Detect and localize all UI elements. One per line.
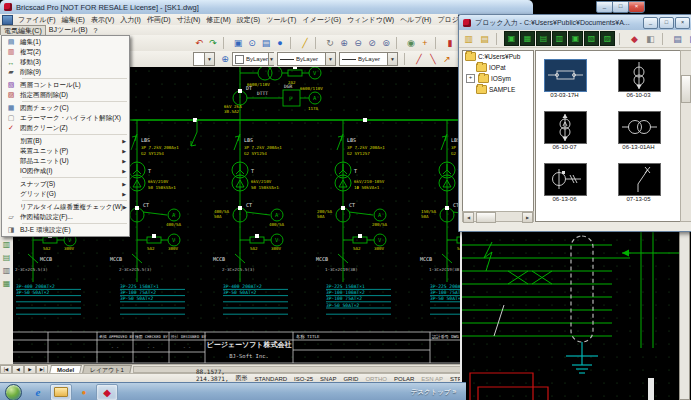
- paste-icon[interactable]: ▦: [686, 31, 691, 46]
- menu-item[interactable]: 装置ユニット(P)▶: [2, 146, 129, 156]
- zoom-realtime-icon[interactable]: ⊙: [245, 37, 259, 50]
- block-tile-06-13-06[interactable]: [544, 163, 587, 196]
- block-tile-03-03-17H[interactable]: [544, 59, 587, 92]
- menu-item-10[interactable]: ウィンドウ(W): [344, 14, 397, 25]
- print-icon[interactable]: ▤: [670, 31, 685, 46]
- zoom-in-icon[interactable]: ⊕: [337, 37, 351, 50]
- menu-item-1[interactable]: 編集(E): [59, 14, 88, 25]
- menu-item[interactable]: ◨BJ-E 環境設定(E): [2, 225, 129, 235]
- menu-item[interactable]: ✓図面クリーン(Z): [2, 123, 129, 133]
- palette-minimize-button[interactable]: _: [643, 17, 658, 29]
- menu-item-row2-0[interactable]: 電気編集(C): [0, 25, 46, 36]
- menu-item-row2-1[interactable]: BJツール(B): [46, 25, 91, 35]
- menu-item[interactable]: リアルタイム線番重複チェック(W)▶: [2, 202, 129, 212]
- status-toggle-grid[interactable]: GRID: [343, 376, 358, 382]
- globe-icon[interactable]: ⊕: [218, 53, 232, 66]
- block-input-palette[interactable]: ブロック入力 - C:¥Users¥Public¥Documents¥A... …: [458, 14, 691, 232]
- block-insert-icon[interactable]: ▣: [568, 31, 583, 46]
- zoom-window-icon[interactable]: ▣: [231, 37, 245, 50]
- block-tile-06-10-07[interactable]: [544, 111, 587, 144]
- menu-item[interactable]: グリッド(G)▶: [2, 189, 129, 199]
- menu-item-4[interactable]: 作画(D): [144, 14, 174, 25]
- start-button[interactable]: [5, 384, 22, 400]
- new-folder-icon[interactable]: ▥: [461, 31, 476, 46]
- menu-item-6[interactable]: 修正(M): [203, 14, 234, 25]
- status-toggle-esnap[interactable]: ESN AP: [421, 376, 443, 382]
- close-button[interactable]: ×: [628, 1, 645, 13]
- horizontal-scrollbar[interactable]: [133, 366, 464, 373]
- favorite-icon[interactable]: ◆: [627, 31, 642, 46]
- target-icon[interactable]: +: [418, 37, 432, 50]
- minimize-button[interactable]: _: [596, 1, 613, 13]
- zoom-all-icon[interactable]: ⊚: [379, 37, 393, 50]
- menu-item[interactable]: ▧画層コントロール(L): [2, 80, 129, 90]
- block-detail-icon[interactable]: ▤: [536, 31, 551, 46]
- undo-icon[interactable]: ↶: [192, 37, 206, 50]
- lineweight-combo[interactable]: ByLayer▼: [339, 52, 398, 66]
- zoom-previous-icon[interactable]: ▤: [259, 37, 273, 50]
- block-grid-icon[interactable]: ▦: [520, 31, 535, 46]
- leader-arrow-icon[interactable]: ↗: [440, 53, 454, 66]
- menu-item-2[interactable]: 表示(V): [88, 14, 117, 25]
- status-toggle-ortho[interactable]: ORTHO: [365, 376, 387, 382]
- redline-pen-icon[interactable]: ╱: [412, 53, 426, 66]
- tree-horizontal-scrollbar[interactable]: ◀ ▶: [462, 211, 534, 222]
- menu-item[interactable]: ▨指定画層削除(D): [2, 90, 129, 100]
- status-toggle-polar[interactable]: POLAR: [394, 376, 414, 382]
- scroll-left-icon[interactable]: ◀: [463, 212, 474, 223]
- layer-walk-icon[interactable]: ▥: [1, 239, 12, 250]
- linetype-combo[interactable]: ByLayer▼: [277, 52, 336, 66]
- menu-item[interactable]: スナップ(S)▶: [2, 179, 129, 189]
- ie-icon[interactable]: e: [28, 385, 48, 400]
- layer-new-icon[interactable]: ▤: [1, 252, 12, 263]
- menu-item-0[interactable]: ファイル(F): [15, 14, 59, 25]
- menu-item[interactable]: IO図作成(I)▶: [2, 166, 129, 176]
- menu-item-9[interactable]: イメージ(G): [299, 14, 344, 25]
- desktop-toolbar-label[interactable]: デスクトップ »: [411, 388, 456, 397]
- block-tile-06-13-01AH[interactable]: [618, 111, 661, 144]
- menu-item[interactable]: ▰削除(9): [2, 67, 129, 77]
- menu-item[interactable]: ▢エラーマーク・ハイライト解除(X): [2, 113, 129, 123]
- menu-item-3[interactable]: 入力(I): [117, 14, 144, 25]
- redo-icon[interactable]: ↷: [206, 37, 220, 50]
- palette-close-button[interactable]: ×: [675, 17, 690, 29]
- open-folder-icon[interactable]: ▤: [477, 31, 492, 46]
- layer-copy-icon[interactable]: ▥: [1, 265, 12, 276]
- menu-item[interactable]: 部品ユニット(U)▶: [2, 156, 129, 166]
- menu-item[interactable]: ▥複写(2): [2, 47, 129, 57]
- title-bar[interactable]: Bricscad Pro [NOT FOR RESALE License] - …: [0, 0, 533, 15]
- palette-vertical-scrollbar[interactable]: [680, 50, 691, 222]
- palette-title-bar[interactable]: ブロック入力 - C:¥Users¥Public¥Documents¥A... …: [459, 15, 691, 30]
- color-combo[interactable]: ByLayer▼: [232, 52, 274, 66]
- scroll-right-icon[interactable]: ▶: [522, 212, 533, 223]
- tree-item-sample[interactable]: SAMPLE: [463, 84, 533, 95]
- red-box-icon[interactable]: ▮: [443, 37, 457, 50]
- status-toggle-iso-25[interactable]: ISO-25: [294, 376, 313, 382]
- render-sphere-icon[interactable]: ●: [273, 37, 287, 50]
- rotate-view-icon[interactable]: ↻: [323, 37, 337, 50]
- bj-app-icon[interactable]: ●: [74, 385, 94, 400]
- layer-paste-icon[interactable]: ▦: [1, 278, 12, 289]
- tree-item-iopat[interactable]: IOPat: [463, 62, 533, 73]
- draw-pen-icon[interactable]: ╱: [298, 37, 312, 50]
- vertical-scrollbar[interactable]: [679, 230, 690, 400]
- menu-item[interactable]: ▤編集(1): [2, 37, 129, 47]
- explorer-icon[interactable]: [50, 384, 72, 400]
- menu-item-8[interactable]: ツール(T): [263, 14, 299, 25]
- palette-maximize-button[interactable]: □: [659, 17, 674, 29]
- block-preview-icon[interactable]: ▥: [552, 31, 567, 46]
- menu-item-7[interactable]: 設定(S): [234, 14, 263, 25]
- menu-item[interactable]: 別置(B)▶: [2, 136, 129, 146]
- menu-item[interactable]: ↔移動(3): [2, 57, 129, 67]
- block-tile-07-13-05[interactable]: [618, 163, 661, 196]
- eye-icon[interactable]: ◉: [404, 37, 418, 50]
- bricscad-icon[interactable]: ◆: [96, 384, 118, 400]
- menu-item-5[interactable]: 寸法(N): [174, 14, 204, 25]
- tree-item-root[interactable]: C:¥Users¥Pub: [463, 51, 533, 62]
- status-toggle-snap[interactable]: SNAP: [320, 376, 336, 382]
- zoom-extents-icon[interactable]: ⊘: [365, 37, 379, 50]
- maximize-button[interactable]: □: [612, 1, 629, 13]
- scroll-thumb[interactable]: [476, 212, 496, 223]
- expand-plus-icon[interactable]: +: [466, 74, 475, 83]
- tree-item-iosym[interactable]: +IOSym: [463, 73, 533, 84]
